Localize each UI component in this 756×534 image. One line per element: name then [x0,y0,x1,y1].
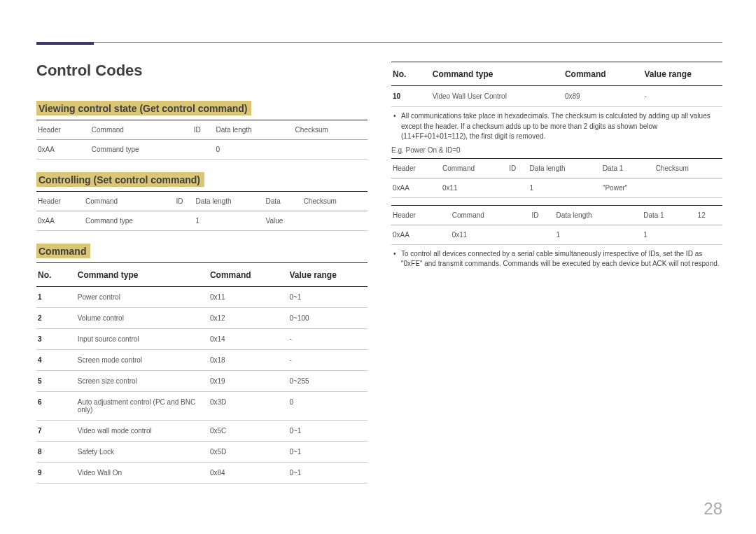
th: Command [84,192,174,211]
table-row: 3Input source control0x14- [36,329,368,350]
td: 1 [642,225,696,244]
table-row: 6Auto adjustment control (PC and BNC onl… [36,392,368,421]
td: 0x5C [209,421,288,442]
th: ID [192,120,215,140]
td: Screen size control [76,371,209,392]
th: 12 [696,205,722,225]
table-controlling: Header Command ID Data length Data Check… [36,191,368,231]
td: 0x14 [209,329,288,350]
commands-left-body: 1Power control0x110~12Volume control0x12… [36,287,368,484]
td: 10 [391,86,431,107]
td: 0x11 [441,178,507,197]
example-label: E.g. Power On & ID=0 [391,146,722,154]
td: 0 [215,140,294,160]
td: 2 [36,308,76,329]
td: 0x19 [209,371,288,392]
table-commands-right: No. Command type Command Value range 10V… [391,62,722,107]
td [192,140,215,160]
td: 0xAA [391,225,451,244]
td [531,225,555,244]
table-row: 2Volume control0x120~100 [36,308,368,329]
th: Header [391,205,451,225]
td: 7 [36,421,76,442]
td [507,178,528,197]
th: Data length [215,120,294,140]
th: ID [507,158,528,178]
page-number: 28 [704,499,722,519]
td: 0xAA [36,211,84,231]
table-row: 10Video Wall User Control0x89- [391,86,722,107]
table-example-1: Header Command ID Data length Data 1 Che… [391,158,722,198]
th: Data length [194,192,264,211]
th: Value range [288,263,368,287]
td: - [643,86,722,107]
td: 1 [36,287,76,308]
td: Input source control [76,329,209,350]
td: 1 [554,225,642,244]
note-1: All communications take place in hexadec… [391,111,722,142]
th: ID [174,192,194,211]
td: 0x84 [209,463,288,484]
td: 0~1 [288,421,368,442]
th: Header [36,192,84,211]
td: 0 [288,392,368,421]
right-column: No. Command type Command Value range 10V… [391,62,722,506]
td: 1 [194,211,264,231]
th: No. [36,263,76,287]
th: Command [451,205,531,225]
table-row: 4Screen mode control0x18- [36,350,368,371]
th: Command [441,158,507,178]
td: 0~100 [288,308,368,329]
td: - [288,329,368,350]
td: "Power" [601,178,654,197]
td: 0~1 [288,442,368,463]
td: 1 [528,178,601,197]
td: Power control [76,287,209,308]
td: 0~255 [288,371,368,392]
note-list-2: To control all devices connected by a se… [391,249,722,269]
page-title: Control Codes [36,62,368,80]
td: Auto adjustment control (PC and BNC only… [76,392,209,421]
table-viewing: Header Command ID Data length Checksum 0… [36,120,368,160]
td: 6 [36,392,76,421]
td: Volume control [76,308,209,329]
th: Command [209,263,288,287]
note-list-1: All communications take place in hexadec… [391,111,722,142]
td: 0~1 [288,287,368,308]
td: Video Wall On [76,463,209,484]
td: 0x12 [209,308,288,329]
table-row: 8Safety Lock0x5D0~1 [36,442,368,463]
th: Checksum [654,158,722,178]
td: 0x89 [564,86,643,107]
td: 0x18 [209,350,288,371]
td: Value [265,211,302,231]
note-2: To control all devices connected by a se… [391,249,722,269]
th: Checksum [294,120,368,140]
th: Header [36,120,90,140]
page-top-rule [36,42,722,43]
td [302,211,368,231]
section-command-title: Command [36,244,90,258]
th: Data length [528,158,601,178]
td: 0xAA [391,178,441,197]
td: 0x11 [451,225,531,244]
table-example-2: Header Command ID Data length Data 1 12 … [391,205,722,245]
table-row: 5Screen size control0x190~255 [36,371,368,392]
td: Command type [90,140,192,160]
td: Screen mode control [76,350,209,371]
td: Video Wall User Control [431,86,564,107]
td [294,140,368,160]
table-row: 7Video wall mode control0x5C0~1 [36,421,368,442]
td: 3 [36,329,76,350]
table-row: 1Power control0x110~1 [36,287,368,308]
th: Header [391,158,441,178]
th: ID [531,205,555,225]
td: Command type [84,211,174,231]
td: 0xAA [36,140,90,160]
td: 0~1 [288,463,368,484]
td: 0x11 [209,287,288,308]
th: Data length [554,205,642,225]
th: Data 1 [642,205,696,225]
td [174,211,194,231]
th: No. [391,62,431,86]
